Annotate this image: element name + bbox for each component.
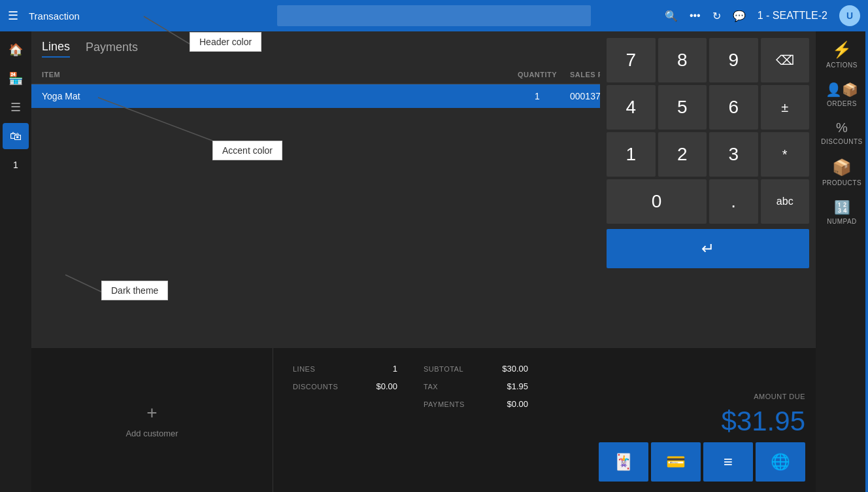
- discounts-value: $0.00: [358, 381, 397, 391]
- app-title: Transaction: [29, 10, 80, 22]
- customer-panel: + Add customer: [31, 348, 273, 492]
- numpad-multiply[interactable]: *: [761, 132, 810, 177]
- discounts-icon: %: [836, 120, 848, 135]
- numpad-6[interactable]: 6: [709, 85, 758, 130]
- numpad-5[interactable]: 5: [658, 85, 707, 130]
- lines-label: LINES: [293, 365, 345, 373]
- orders-label: ORDERS: [827, 100, 857, 107]
- top-header: ☰ Transaction 🔍 ••• ↻ 💬 1 - SEATTLE-2 U: [0, 0, 868, 31]
- lines-row: LINES 1: [293, 364, 397, 374]
- sidebar-item-menu[interactable]: ☰: [3, 94, 29, 120]
- amount-due-value: $31.95: [722, 406, 805, 437]
- numpad-7[interactable]: 7: [607, 38, 656, 82]
- sidebar-item-discounts[interactable]: % DISCOUNTS: [818, 114, 865, 152]
- payments-label: PAYMENTS: [424, 400, 476, 408]
- payment-buttons: 🃏 💳 ≡ 🌐: [599, 442, 805, 482]
- sidebar-item-numpad[interactable]: 🔢 NUMPAD: [818, 193, 865, 232]
- numpad-9[interactable]: 9: [709, 38, 758, 82]
- active-indicator-bar: [865, 31, 868, 492]
- numpad-plusminus[interactable]: ±: [761, 85, 810, 130]
- payments-row: PAYMENTS $0.00: [424, 399, 528, 409]
- amount-due-panel: AMOUNT DUE $31.95 🃏 💳 ≡ 🌐: [588, 348, 816, 492]
- actions-icon: ⚡: [832, 41, 852, 59]
- user-location: 1 - SEATTLE-2: [758, 10, 827, 22]
- tax-label: TAX: [424, 383, 476, 391]
- sidebar-item-orders[interactable]: 👤📦 ORDERS: [818, 75, 865, 114]
- totals-right-col: SUBTOTAL $30.00 TAX $1.95 PAYMENTS $0.00: [424, 364, 528, 476]
- numpad-1[interactable]: 1: [607, 132, 656, 177]
- global-search-input[interactable]: [277, 5, 591, 26]
- sidebar-item-home[interactable]: 🏠: [3, 37, 29, 63]
- hamburger-icon[interactable]: ☰: [8, 9, 18, 23]
- numpad-enter[interactable]: ↵: [607, 229, 809, 268]
- subtotal-label: SUBTOTAL: [424, 365, 476, 373]
- sidebar-item-products[interactable]: 📦 PRODUCTS: [818, 152, 865, 193]
- discounts-label: DISCOUNTS: [293, 383, 345, 391]
- actions-label: ACTIONS: [826, 62, 858, 69]
- orders-icon: 👤📦: [826, 82, 858, 97]
- numpad-2[interactable]: 2: [658, 132, 707, 177]
- row-quantity: 1: [505, 91, 570, 101]
- tab-payments[interactable]: Payments: [86, 41, 138, 57]
- sidebar-item-actions[interactable]: ⚡ ACTIONS: [818, 34, 865, 75]
- more-options-icon[interactable]: •••: [690, 10, 701, 22]
- numpad-8[interactable]: 8: [658, 38, 707, 82]
- numpad-4[interactable]: 4: [607, 85, 656, 130]
- right-sidebar: ⚡ ACTIONS 👤📦 ORDERS % DISCOUNTS 📦 PRODUC…: [816, 31, 868, 492]
- numpad-grid: 7 8 9 ⌫ 4 5 6 ± 1 2 3 * 0 . abc ↵: [607, 38, 809, 268]
- sidebar-item-count: 1: [3, 152, 29, 178]
- totals-left-col: LINES 1 DISCOUNTS $0.00: [293, 364, 397, 476]
- numpad-label: NUMPAD: [827, 218, 857, 225]
- col-header-item: ITEM: [42, 71, 505, 79]
- tax-value: $1.95: [489, 381, 528, 391]
- amount-due-label: AMOUNT DUE: [754, 393, 805, 400]
- numpad-abc[interactable]: abc: [761, 179, 810, 224]
- pay-other-button[interactable]: ≡: [703, 442, 753, 482]
- discounts-row: DISCOUNTS $0.00: [293, 381, 397, 391]
- numpad-panel: 7 8 9 ⌫ 4 5 6 ± 1 2 3 * 0 . abc ↵: [600, 31, 816, 319]
- add-customer-label[interactable]: Add customer: [125, 429, 178, 438]
- totals-panel: LINES 1 DISCOUNTS $0.00 SUBTOTAL $30.00 …: [273, 348, 588, 492]
- sidebar-item-store[interactable]: 🏪: [3, 65, 29, 92]
- search-icon[interactable]: 🔍: [665, 10, 678, 22]
- col-header-quantity: QUANTITY: [505, 71, 570, 79]
- numpad-0[interactable]: 0: [607, 179, 707, 224]
- lines-value: 1: [358, 364, 397, 374]
- message-icon[interactable]: 💬: [733, 10, 746, 22]
- header-right-icons: 🔍 ••• ↻ 💬 1 - SEATTLE-2 U: [665, 5, 860, 26]
- numpad-3[interactable]: 3: [709, 132, 758, 177]
- discounts-label: DISCOUNTS: [821, 138, 862, 145]
- products-icon: 📦: [832, 158, 852, 177]
- row-item-name: Yoga Mat: [42, 91, 505, 101]
- left-sidebar: 🏠 🏪 ☰ 🛍 1: [0, 31, 31, 492]
- pay-online-button[interactable]: 🌐: [756, 442, 805, 482]
- tab-lines[interactable]: Lines: [42, 40, 70, 58]
- pay-card-button[interactable]: 💳: [651, 442, 701, 482]
- numpad-icon: 🔢: [834, 200, 850, 215]
- payments-value: $0.00: [489, 399, 528, 409]
- subtotal-row: SUBTOTAL $30.00: [424, 364, 528, 374]
- refresh-icon[interactable]: ↻: [712, 10, 721, 22]
- user-avatar[interactable]: U: [839, 5, 860, 26]
- subtotal-value: $30.00: [489, 364, 528, 374]
- add-customer-icon: +: [146, 402, 157, 423]
- tax-row: TAX $1.95: [424, 381, 528, 391]
- bottom-section: + Add customer LINES 1 DISCOUNTS $0.00 S…: [31, 348, 816, 492]
- numpad-backspace[interactable]: ⌫: [761, 38, 810, 82]
- sidebar-item-bag[interactable]: 🛍: [3, 123, 29, 149]
- products-label: PRODUCTS: [822, 179, 861, 186]
- pay-cash-button[interactable]: 🃏: [599, 442, 648, 482]
- numpad-dot[interactable]: .: [709, 179, 758, 224]
